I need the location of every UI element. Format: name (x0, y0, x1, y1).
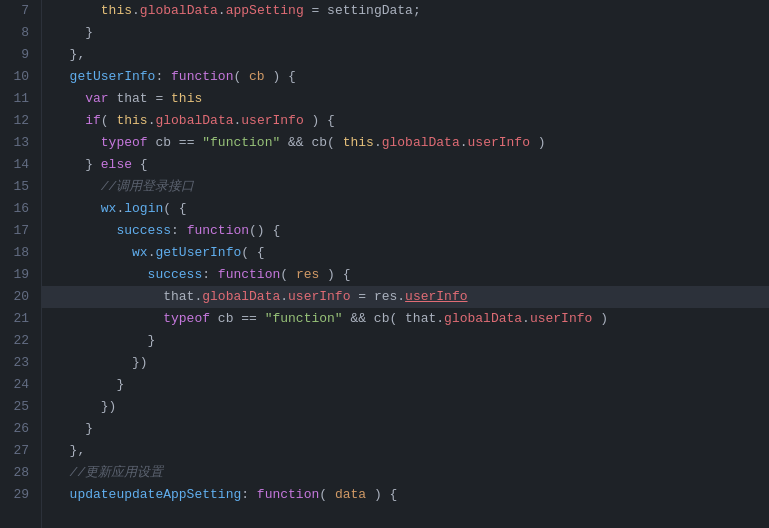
code-token: . (280, 286, 288, 308)
code-token: function (187, 220, 249, 242)
code-line: getUserInfo: function( cb ) { (42, 66, 769, 88)
code-line: this.globalData.appSetting = settingData… (42, 0, 769, 22)
code-token: . (132, 0, 140, 22)
code-token: function (218, 264, 280, 286)
code-token: }) (54, 396, 116, 418)
code-token (54, 132, 101, 154)
code-line: var that = this (42, 88, 769, 110)
code-token: : (171, 220, 187, 242)
code-token: function (257, 484, 319, 506)
code-line: }) (42, 352, 769, 374)
code-line: typeof cb == "function" && cb( that.glob… (42, 308, 769, 330)
code-line: success: function( res ) { (42, 264, 769, 286)
code-token: var (85, 88, 108, 110)
code-token: && cb( (280, 132, 342, 154)
code-token: } (54, 330, 155, 352)
code-line: success: function() { (42, 220, 769, 242)
code-token: if (85, 110, 101, 132)
line-number: 13 (8, 132, 29, 154)
line-number: 20 (8, 286, 29, 308)
code-token: ) (530, 132, 546, 154)
code-token: . (460, 132, 468, 154)
code-token: //调用登录接口 (54, 176, 194, 198)
code-token: that = (109, 88, 171, 110)
line-number: 28 (8, 462, 29, 484)
code-token: typeof (163, 308, 210, 330)
code-token: } (54, 418, 93, 440)
code-token: }) (54, 352, 148, 374)
code-token: typeof (101, 132, 148, 154)
line-number: 16 (8, 198, 29, 220)
line-number: 21 (8, 308, 29, 330)
code-token: . (522, 308, 530, 330)
code-token: appSetting (226, 0, 304, 22)
code-token: }, (54, 440, 85, 462)
code-token: ( (233, 66, 249, 88)
line-numbers: 7891011121314151617181920212223242526272… (0, 0, 42, 528)
code-token: getUserInfo (155, 242, 241, 264)
code-token: cb (249, 66, 265, 88)
line-number: 25 (8, 396, 29, 418)
code-token: : (202, 264, 218, 286)
code-token: } (54, 374, 124, 396)
line-number: 27 (8, 440, 29, 462)
code-token: ( (319, 484, 335, 506)
line-number: 17 (8, 220, 29, 242)
code-token: : (241, 484, 257, 506)
code-line: typeof cb == "function" && cb( this.glob… (42, 132, 769, 154)
line-number: 8 (8, 22, 29, 44)
code-content[interactable]: this.globalData.appSetting = settingData… (42, 0, 769, 528)
code-token: . (148, 110, 156, 132)
code-token: . (148, 242, 156, 264)
code-token: . (374, 132, 382, 154)
line-number: 11 (8, 88, 29, 110)
code-line: updateupdateAppSetting: function( data )… (42, 484, 769, 506)
code-line: } else { (42, 154, 769, 176)
code-token: }, (54, 44, 85, 66)
code-line: } (42, 330, 769, 352)
code-token: updateupdateAppSetting (54, 484, 241, 506)
line-number: 29 (8, 484, 29, 506)
code-token: . (116, 198, 124, 220)
code-line: if( this.globalData.userInfo ) { (42, 110, 769, 132)
code-token: success (54, 220, 171, 242)
code-token: res (296, 264, 319, 286)
line-number: 9 (8, 44, 29, 66)
code-token: = res. (350, 286, 405, 308)
line-number: 12 (8, 110, 29, 132)
code-token: ( { (241, 242, 264, 264)
code-token: globalData (155, 110, 233, 132)
code-line: wx.login( { (42, 198, 769, 220)
code-token: this (101, 0, 132, 22)
code-token: } (54, 22, 93, 44)
code-token: . (233, 110, 241, 132)
code-token: ) { (265, 66, 296, 88)
line-number: 14 (8, 154, 29, 176)
code-line: //更新应用设置 (42, 462, 769, 484)
code-token: wx (101, 198, 117, 220)
code-token: this (116, 110, 147, 132)
code-token: login (124, 198, 163, 220)
code-token: && cb( that. (343, 308, 444, 330)
code-token: ( { (163, 198, 186, 220)
code-line: }, (42, 440, 769, 462)
code-token: cb == (148, 132, 203, 154)
line-number: 23 (8, 352, 29, 374)
code-token: userInfo (468, 132, 530, 154)
line-number: 15 (8, 176, 29, 198)
line-number: 18 (8, 242, 29, 264)
code-token (54, 88, 85, 110)
code-token: globalData (202, 286, 280, 308)
code-token: getUserInfo (54, 66, 155, 88)
code-token: userInfo (405, 286, 467, 308)
code-token: () { (249, 220, 280, 242)
line-number: 22 (8, 330, 29, 352)
code-token (54, 308, 163, 330)
code-token: { (132, 154, 148, 176)
code-token: "function" (202, 132, 280, 154)
code-token: "function" (265, 308, 343, 330)
code-token: else (101, 154, 132, 176)
code-token: cb == (210, 308, 265, 330)
code-line: }) (42, 396, 769, 418)
code-token: success (54, 264, 202, 286)
